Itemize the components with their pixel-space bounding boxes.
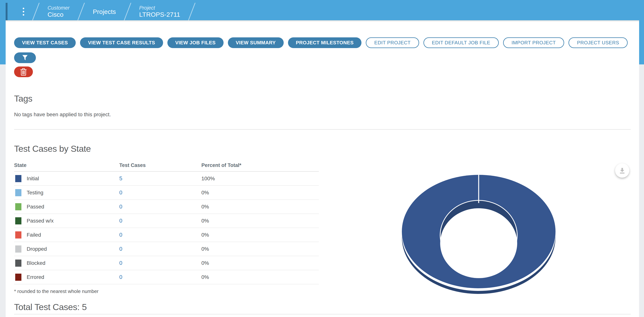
breadcrumb-value: Cisco [48,11,70,18]
trash-icon [20,68,27,76]
breadcrumb-separator [32,3,40,20]
table-row: Failed 0 0% [14,228,319,242]
percent-value: 100% [202,176,215,182]
breadcrumb-separator [188,3,196,20]
view-job-files-button[interactable]: VIEW JOB FILES [168,37,224,48]
table-row: Passed w/x 0 0% [14,214,319,228]
project-users-button[interactable]: PROJECT USERS [568,37,628,48]
test-case-count-link[interactable]: 0 [119,204,122,210]
kebab-menu-icon[interactable] [18,3,29,20]
test-cases-content: State Test Cases Percent of Total* Initi… [14,162,631,312]
test-cases-table: State Test Cases Percent of Total* Initi… [14,162,319,312]
percent-value: 0% [202,190,209,196]
table-row: Errored 0 0% [14,270,319,284]
breadcrumb-item-project[interactable]: Project LTROPS-2711 [134,3,185,20]
table-row: Testing 0 0% [14,186,319,200]
state-name: Testing [27,190,44,196]
state-color-swatch [15,246,22,252]
state-color-swatch [15,260,22,267]
total-test-cases-title: Total Test Cases: 5 [14,302,319,312]
breadcrumb-item-customer[interactable]: Customer Cisco [43,3,74,20]
table-row: Passed 0 0% [14,200,319,214]
view-test-cases-button[interactable]: VIEW TEST CASES [14,37,76,48]
donut-hole [440,208,517,278]
header-test-cases: Test Cases [119,162,202,168]
state-color-swatch [15,175,22,182]
import-project-button[interactable]: IMPORT PROJECT [503,37,564,48]
project-milestones-button[interactable]: PROJECT MILESTONES [288,37,362,48]
donut-chart [319,160,631,307]
delete-project-button[interactable] [14,66,33,77]
project-toolbar: VIEW TEST CASES VIEW TEST CASE RESULTS V… [14,37,631,63]
breadcrumb-label: Customer [48,5,70,11]
state-color-swatch [15,274,22,281]
table-row: Initial 5 100% [14,172,319,186]
edit-default-job-file-button[interactable]: EDIT DEFAULT JOB FILE [424,37,499,48]
edit-project-button[interactable]: EDIT PROJECT [366,37,419,48]
percent-value: 0% [202,260,209,266]
state-name: Blocked [27,260,46,266]
view-summary-button[interactable]: VIEW SUMMARY [228,37,284,48]
header-percent: Percent of Total* [202,162,319,168]
test-case-count-link[interactable]: 0 [119,218,122,224]
main-content-card: VIEW TEST CASES VIEW TEST CASE RESULTS V… [6,20,639,317]
state-color-swatch [15,231,22,238]
test-case-count-link[interactable]: 0 [119,232,122,238]
funnel-icon [22,55,28,61]
state-name: Dropped [27,246,47,252]
tags-empty-message: No tags have been applied to this projec… [14,112,631,118]
test-case-count-link[interactable]: 5 [119,176,122,182]
state-name: Initial [27,176,39,182]
state-name: Failed [27,232,41,238]
breadcrumb-value: Projects [93,8,116,15]
toolbar-second-row [14,66,631,77]
test-case-count-link[interactable]: 0 [119,190,122,196]
breadcrumb-separator [124,3,131,20]
table-header-row: State Test Cases Percent of Total* [14,162,319,172]
bottom-divider [14,314,631,314]
test-case-count-link[interactable]: 0 [119,274,122,280]
state-color-swatch [15,203,22,210]
test-case-count-link[interactable]: 0 [119,260,122,266]
tags-section-title: Tags [14,93,631,104]
percent-value: 0% [202,218,209,224]
state-name: Errored [27,274,44,280]
table-footnote: * rounded to the nearest whole number [14,288,319,294]
breadcrumb-separator [78,3,85,20]
state-name: Passed w/x [27,218,54,224]
breadcrumb-value: LTROPS-2711 [139,11,180,18]
breadcrumb: Customer Cisco Projects Project LTROPS-2… [6,3,639,20]
filter-button[interactable] [14,52,36,63]
percent-value: 0% [202,274,209,280]
state-color-swatch [15,189,22,196]
percent-value: 0% [202,232,209,238]
state-name: Passed [27,204,44,210]
donut-chart-area [319,162,631,302]
test-case-count-link[interactable]: 0 [119,246,122,252]
table-row: Blocked 0 0% [14,256,319,270]
section-divider [14,129,631,130]
test-cases-section-title: Test Cases by State [14,144,631,154]
breadcrumb-label: Project [139,5,180,11]
breadcrumb-accent-stripe [6,3,8,20]
percent-value: 0% [202,246,209,252]
table-row: Dropped 0 0% [14,242,319,256]
breadcrumb-item-projects[interactable]: Projects [88,3,121,20]
view-test-case-results-button[interactable]: VIEW TEST CASE RESULTS [80,37,163,48]
state-color-swatch [15,217,22,224]
percent-value: 0% [202,204,209,210]
header-state: State [14,162,119,168]
